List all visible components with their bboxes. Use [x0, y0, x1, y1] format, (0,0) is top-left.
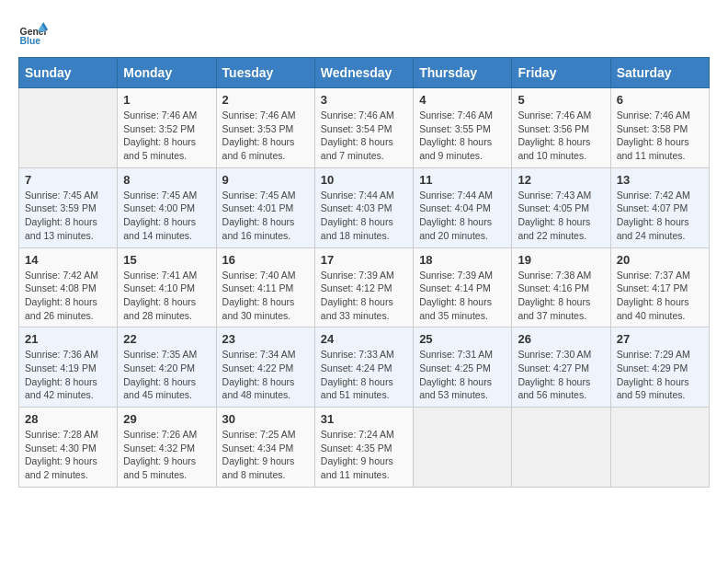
- day-info: Sunrise: 7:44 AM Sunset: 4:03 PM Dayligh…: [321, 189, 407, 243]
- calendar-cell: 31Sunrise: 7:24 AM Sunset: 4:35 PM Dayli…: [314, 408, 413, 488]
- day-info: Sunrise: 7:46 AM Sunset: 3:56 PM Dayligh…: [518, 109, 604, 163]
- day-info: Sunrise: 7:26 AM Sunset: 4:32 PM Dayligh…: [123, 428, 210, 482]
- day-number: 4: [419, 93, 506, 107]
- day-number: 30: [222, 412, 309, 426]
- day-number: 9: [222, 173, 309, 187]
- calendar-cell: 19Sunrise: 7:38 AM Sunset: 4:16 PM Dayli…: [512, 247, 610, 327]
- day-number: 31: [321, 412, 407, 426]
- calendar-week-row: 21Sunrise: 7:36 AM Sunset: 4:19 PM Dayli…: [19, 327, 710, 408]
- calendar-cell: 14Sunrise: 7:42 AM Sunset: 4:08 PM Dayli…: [19, 247, 118, 327]
- day-info: Sunrise: 7:46 AM Sunset: 3:55 PM Dayligh…: [419, 109, 506, 163]
- day-info: Sunrise: 7:34 AM Sunset: 4:22 PM Dayligh…: [222, 348, 309, 402]
- calendar-week-row: 28Sunrise: 7:28 AM Sunset: 4:30 PM Dayli…: [19, 408, 710, 488]
- day-info: Sunrise: 7:42 AM Sunset: 4:07 PM Dayligh…: [617, 189, 703, 243]
- column-header-sunday: Sunday: [19, 58, 118, 88]
- logo-icon: General Blue: [18, 18, 48, 48]
- calendar-week-row: 7Sunrise: 7:45 AM Sunset: 3:59 PM Daylig…: [19, 167, 710, 247]
- column-header-thursday: Thursday: [414, 58, 512, 88]
- day-number: 19: [518, 253, 604, 267]
- day-number: 23: [222, 332, 309, 346]
- day-info: Sunrise: 7:46 AM Sunset: 3:52 PM Dayligh…: [123, 109, 210, 163]
- day-number: 1: [123, 93, 210, 107]
- calendar-cell: 3Sunrise: 7:46 AM Sunset: 3:54 PM Daylig…: [314, 88, 413, 168]
- calendar-cell: 10Sunrise: 7:44 AM Sunset: 4:03 PM Dayli…: [314, 167, 413, 247]
- calendar-table: SundayMondayTuesdayWednesdayThursdayFrid…: [18, 57, 710, 488]
- calendar-header-row: SundayMondayTuesdayWednesdayThursdayFrid…: [19, 58, 710, 88]
- calendar-cell: 8Sunrise: 7:45 AM Sunset: 4:00 PM Daylig…: [118, 167, 216, 247]
- calendar-cell: 26Sunrise: 7:30 AM Sunset: 4:27 PM Dayli…: [512, 327, 610, 408]
- day-info: Sunrise: 7:41 AM Sunset: 4:10 PM Dayligh…: [123, 269, 210, 323]
- day-info: Sunrise: 7:45 AM Sunset: 4:01 PM Dayligh…: [222, 189, 309, 243]
- day-info: Sunrise: 7:28 AM Sunset: 4:30 PM Dayligh…: [25, 428, 111, 482]
- day-number: 18: [419, 253, 506, 267]
- calendar-cell: 13Sunrise: 7:42 AM Sunset: 4:07 PM Dayli…: [610, 167, 709, 247]
- calendar-cell: 25Sunrise: 7:31 AM Sunset: 4:25 PM Dayli…: [414, 327, 512, 408]
- day-info: Sunrise: 7:39 AM Sunset: 4:14 PM Dayligh…: [419, 269, 506, 323]
- calendar-cell: 16Sunrise: 7:40 AM Sunset: 4:11 PM Dayli…: [216, 247, 314, 327]
- day-info: Sunrise: 7:29 AM Sunset: 4:29 PM Dayligh…: [617, 348, 703, 402]
- day-number: 6: [617, 93, 703, 107]
- day-number: 26: [518, 332, 604, 346]
- day-info: Sunrise: 7:45 AM Sunset: 3:59 PM Dayligh…: [25, 189, 111, 243]
- column-header-friday: Friday: [512, 58, 610, 88]
- day-info: Sunrise: 7:36 AM Sunset: 4:19 PM Dayligh…: [25, 348, 111, 402]
- day-number: 29: [123, 412, 210, 426]
- calendar-week-row: 14Sunrise: 7:42 AM Sunset: 4:08 PM Dayli…: [19, 247, 710, 327]
- calendar-cell: 20Sunrise: 7:37 AM Sunset: 4:17 PM Dayli…: [610, 247, 709, 327]
- calendar-cell: [19, 88, 118, 168]
- day-info: Sunrise: 7:43 AM Sunset: 4:05 PM Dayligh…: [518, 189, 604, 243]
- calendar-cell: 23Sunrise: 7:34 AM Sunset: 4:22 PM Dayli…: [216, 327, 314, 408]
- day-number: 22: [123, 332, 210, 346]
- day-number: 25: [419, 332, 506, 346]
- calendar-cell: 18Sunrise: 7:39 AM Sunset: 4:14 PM Dayli…: [414, 247, 512, 327]
- calendar-cell: 21Sunrise: 7:36 AM Sunset: 4:19 PM Dayli…: [19, 327, 118, 408]
- calendar-cell: 7Sunrise: 7:45 AM Sunset: 3:59 PM Daylig…: [19, 167, 118, 247]
- day-info: Sunrise: 7:46 AM Sunset: 3:53 PM Dayligh…: [222, 109, 309, 163]
- calendar-week-row: 1Sunrise: 7:46 AM Sunset: 3:52 PM Daylig…: [19, 88, 710, 168]
- day-info: Sunrise: 7:46 AM Sunset: 3:54 PM Dayligh…: [321, 109, 407, 163]
- day-number: 27: [617, 332, 703, 346]
- logo: General Blue: [18, 18, 50, 48]
- day-info: Sunrise: 7:45 AM Sunset: 4:00 PM Dayligh…: [123, 189, 210, 243]
- day-info: Sunrise: 7:37 AM Sunset: 4:17 PM Dayligh…: [617, 269, 703, 323]
- column-header-wednesday: Wednesday: [314, 58, 413, 88]
- day-number: 11: [419, 173, 506, 187]
- calendar-cell: 24Sunrise: 7:33 AM Sunset: 4:24 PM Dayli…: [314, 327, 413, 408]
- day-info: Sunrise: 7:24 AM Sunset: 4:35 PM Dayligh…: [321, 428, 407, 482]
- day-info: Sunrise: 7:30 AM Sunset: 4:27 PM Dayligh…: [518, 348, 604, 402]
- day-number: 10: [321, 173, 407, 187]
- day-info: Sunrise: 7:33 AM Sunset: 4:24 PM Dayligh…: [321, 348, 407, 402]
- calendar-cell: 12Sunrise: 7:43 AM Sunset: 4:05 PM Dayli…: [512, 167, 610, 247]
- calendar-cell: [414, 408, 512, 488]
- day-info: Sunrise: 7:46 AM Sunset: 3:58 PM Dayligh…: [617, 109, 703, 163]
- calendar-cell: 27Sunrise: 7:29 AM Sunset: 4:29 PM Dayli…: [610, 327, 709, 408]
- day-info: Sunrise: 7:38 AM Sunset: 4:16 PM Dayligh…: [518, 269, 604, 323]
- calendar-cell: 15Sunrise: 7:41 AM Sunset: 4:10 PM Dayli…: [118, 247, 216, 327]
- day-number: 28: [25, 412, 111, 426]
- day-info: Sunrise: 7:35 AM Sunset: 4:20 PM Dayligh…: [123, 348, 210, 402]
- calendar-cell: 6Sunrise: 7:46 AM Sunset: 3:58 PM Daylig…: [610, 88, 709, 168]
- day-info: Sunrise: 7:31 AM Sunset: 4:25 PM Dayligh…: [419, 348, 506, 402]
- calendar-cell: [512, 408, 610, 488]
- calendar-cell: 2Sunrise: 7:46 AM Sunset: 3:53 PM Daylig…: [216, 88, 314, 168]
- day-number: 5: [518, 93, 604, 107]
- day-number: 3: [321, 93, 407, 107]
- calendar-cell: 30Sunrise: 7:25 AM Sunset: 4:34 PM Dayli…: [216, 408, 314, 488]
- day-number: 15: [123, 253, 210, 267]
- day-info: Sunrise: 7:40 AM Sunset: 4:11 PM Dayligh…: [222, 269, 309, 323]
- day-number: 16: [222, 253, 309, 267]
- page-header: General Blue: [18, 18, 710, 48]
- calendar-cell: 28Sunrise: 7:28 AM Sunset: 4:30 PM Dayli…: [19, 408, 118, 488]
- calendar-cell: 11Sunrise: 7:44 AM Sunset: 4:04 PM Dayli…: [414, 167, 512, 247]
- day-number: 14: [25, 253, 111, 267]
- day-info: Sunrise: 7:39 AM Sunset: 4:12 PM Dayligh…: [321, 269, 407, 323]
- calendar-cell: 4Sunrise: 7:46 AM Sunset: 3:55 PM Daylig…: [414, 88, 512, 168]
- calendar-cell: 22Sunrise: 7:35 AM Sunset: 4:20 PM Dayli…: [118, 327, 216, 408]
- calendar-cell: 29Sunrise: 7:26 AM Sunset: 4:32 PM Dayli…: [118, 408, 216, 488]
- calendar-cell: 9Sunrise: 7:45 AM Sunset: 4:01 PM Daylig…: [216, 167, 314, 247]
- column-header-saturday: Saturday: [610, 58, 709, 88]
- column-header-tuesday: Tuesday: [216, 58, 314, 88]
- svg-text:Blue: Blue: [20, 36, 41, 46]
- day-number: 12: [518, 173, 604, 187]
- day-info: Sunrise: 7:44 AM Sunset: 4:04 PM Dayligh…: [419, 189, 506, 243]
